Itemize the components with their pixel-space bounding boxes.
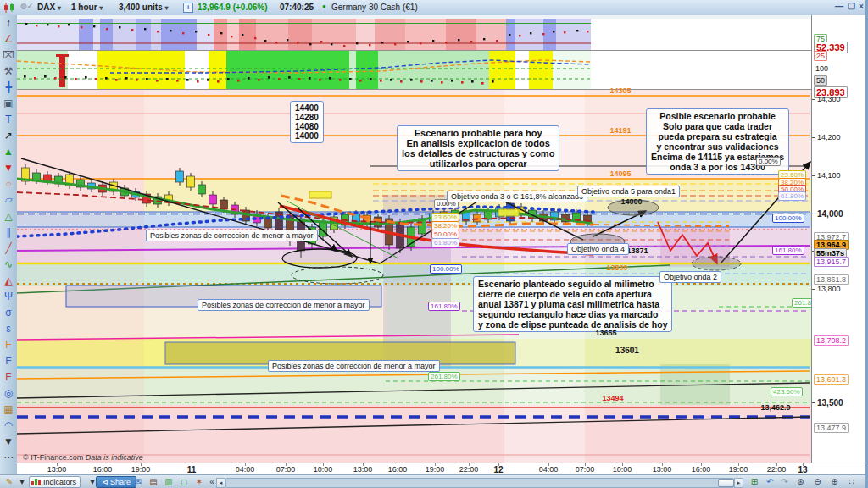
time-tick-label: 16:00 bbox=[692, 465, 711, 474]
scrollbar-thumb[interactable] bbox=[718, 479, 734, 487]
gann-grid-icon[interactable]: ▦ bbox=[0, 402, 17, 418]
objetivo-label[interactable]: Objetivo onda 5 para onda1 bbox=[577, 186, 680, 197]
price-level-label[interactable]: 14095 bbox=[609, 169, 631, 178]
objetivo-label[interactable]: Objetivo onda 3 o C 161,8% alcanzado bbox=[447, 191, 587, 202]
price-axis[interactable]: 7552.339251005023.89314,30014,20014,1001… bbox=[811, 15, 868, 463]
price-level-label[interactable]: 13601 bbox=[615, 346, 639, 355]
axis-tick-label: 13,500 bbox=[817, 398, 843, 408]
pointer-tool-icon[interactable]: ↑ bbox=[0, 15, 17, 31]
fib-retracement-icon[interactable]: F bbox=[0, 337, 17, 353]
time-tick-label: 04:00 bbox=[539, 465, 559, 474]
zoom-drag-icon[interactable]: ⊛ bbox=[793, 476, 808, 488]
price-level-label[interactable]: 14305 bbox=[609, 86, 631, 95]
price-level-label[interactable]: 14191 bbox=[609, 126, 631, 135]
fib-label[interactable]: 61.80% bbox=[431, 238, 459, 247]
symbol-selector[interactable]: DAX ▾ bbox=[37, 3, 61, 12]
angle-tool-icon[interactable]: ∠ bbox=[0, 31, 17, 47]
price-level-label[interactable]: 14000 bbox=[620, 197, 642, 206]
fib-label[interactable]: 100.00% bbox=[772, 214, 804, 223]
trash-icon[interactable]: ⌧ bbox=[0, 47, 17, 64]
epsilon-tool-icon[interactable]: ε bbox=[0, 321, 17, 337]
news-icon[interactable]: ▤ bbox=[147, 476, 160, 488]
restore-button[interactable]: ❐ bbox=[848, 2, 855, 11]
objetivo-label[interactable]: Objetivo onda 2 bbox=[659, 271, 721, 283]
segment-tool-icon[interactable]: ╱ bbox=[0, 241, 17, 257]
copyright: © IT-Finance.com Data is indicative bbox=[23, 453, 143, 462]
compare-charts-icon[interactable]: ▥ bbox=[162, 476, 175, 488]
fib-label[interactable]: 423.60% bbox=[771, 387, 803, 396]
arrow-up-tool-icon[interactable]: ▲ bbox=[0, 144, 17, 160]
scroll-left-button[interactable]: ◂ bbox=[216, 478, 225, 488]
escenario-planteado-box[interactable]: Escenario planteado seguido al milimetro… bbox=[473, 276, 672, 332]
chart-scrollbar[interactable] bbox=[225, 478, 734, 488]
objetivo-label[interactable]: Objetivo onda 4 bbox=[567, 243, 629, 255]
minimize-button[interactable]: — bbox=[835, 2, 843, 11]
fib-label[interactable]: 161.80% bbox=[428, 302, 460, 311]
info-icon[interactable]: i bbox=[183, 3, 193, 13]
time-tick-label: 10:00 bbox=[314, 465, 333, 474]
fib-label[interactable]: 0.00% bbox=[756, 157, 781, 166]
levels-note-box[interactable]: 14400 14280 14080 14000 bbox=[290, 101, 324, 143]
channel-tool-icon[interactable]: ∥ bbox=[0, 225, 17, 241]
indicators-button[interactable]: Indicators bbox=[29, 476, 81, 488]
redo-icon[interactable]: ↷ bbox=[778, 476, 791, 488]
tools-icon[interactable]: ⚒ bbox=[0, 64, 17, 80]
arrow-tool-icon[interactable]: ↗ bbox=[0, 128, 17, 144]
text-tool-icon[interactable]: T bbox=[0, 112, 17, 128]
zoom-in-icon[interactable]: ⊕ bbox=[827, 476, 842, 488]
ellipse-tool-icon[interactable]: ○ bbox=[0, 176, 17, 192]
pencil-tool-icon[interactable]: ✎ bbox=[3, 476, 16, 488]
axis-tick bbox=[812, 137, 815, 138]
price-level-label[interactable]: 13871 bbox=[626, 247, 648, 255]
units-selector[interactable]: 3,400 units ▾ bbox=[119, 3, 169, 12]
fib-expansion-icon[interactable]: F bbox=[0, 353, 17, 369]
market-open-dot: ● bbox=[322, 3, 326, 10]
price-level-label[interactable]: 13494 bbox=[602, 394, 623, 402]
correction-zone-label[interactable]: Posibles zonas de correccion de menor a … bbox=[268, 360, 440, 372]
triangle-tool-icon[interactable]: △ bbox=[0, 208, 17, 225]
chart-type-icon[interactable] bbox=[3, 3, 15, 13]
collapse-icon[interactable]: « bbox=[207, 476, 217, 488]
close-button[interactable]: × bbox=[859, 2, 864, 11]
scroll-right-button[interactable]: ▸ bbox=[734, 478, 743, 488]
undo-icon[interactable]: ↶ bbox=[764, 476, 776, 488]
move-tool-icon[interactable]: ╋ bbox=[0, 80, 17, 96]
arc-tool-icon[interactable]: ◠ bbox=[0, 418, 17, 434]
arrow-down-tool-icon[interactable]: ▼ bbox=[0, 160, 17, 176]
price-marker-label: 13,601.3 bbox=[814, 374, 849, 385]
fib-label[interactable]: 61.80% bbox=[778, 191, 806, 201]
fib-fan-icon[interactable]: F bbox=[0, 369, 17, 385]
more-options-icon[interactable]: ∷ bbox=[844, 476, 859, 488]
screenshot-icon[interactable]: ◻ bbox=[177, 476, 191, 488]
chat-icon[interactable]: ✉ bbox=[131, 476, 145, 488]
correction-zone-label[interactable]: Posibles zonas de correccion de menor a … bbox=[198, 299, 370, 311]
polygon-tool-icon[interactable]: ▱ bbox=[0, 192, 17, 208]
fib-label[interactable]: 161.80% bbox=[772, 246, 804, 255]
fib-label[interactable]: 100.00% bbox=[430, 264, 462, 274]
price-level-label[interactable]: 13,462.0 bbox=[760, 403, 790, 412]
pitchfork-tool-icon[interactable]: Ψ bbox=[0, 289, 17, 305]
fib-label[interactable]: 261.80% bbox=[428, 372, 460, 381]
expand-tools-icon[interactable]: ▼ bbox=[0, 434, 17, 450]
sigma-tool-icon[interactable]: σ bbox=[0, 305, 17, 321]
more-tools-icon[interactable]: ⋯ bbox=[0, 450, 17, 466]
correction-zone-label[interactable]: Posibles zonas de correccion de menor a … bbox=[146, 230, 318, 241]
share-button[interactable]: ⊲ Share bbox=[96, 476, 136, 488]
escenario-hoy-box[interactable]: Escenario probable para hoy En analisis … bbox=[397, 125, 559, 171]
timeframe-selector[interactable]: 1 hour ▾ bbox=[71, 3, 103, 12]
calendar-icon[interactable]: ⊞ bbox=[748, 476, 761, 488]
pencil-dropdown-icon[interactable]: ▾ bbox=[18, 476, 26, 488]
time-tick-label: 19:00 bbox=[131, 465, 151, 474]
price-level-label[interactable]: 13830 bbox=[606, 263, 627, 272]
zoom-out-icon[interactable]: ⊖ bbox=[810, 476, 825, 488]
indicators-dropdown-icon[interactable]: ▾ bbox=[88, 476, 97, 488]
copy-icon[interactable]: ▣ bbox=[0, 96, 17, 112]
triangle-pattern-icon[interactable]: ◭ bbox=[0, 273, 17, 289]
settings-icon[interactable]: ✶ bbox=[192, 476, 206, 488]
fib-circles-icon[interactable]: ◎ bbox=[0, 385, 17, 402]
time-tick-label: 11 bbox=[187, 465, 197, 474]
indicators-chart-icon bbox=[31, 479, 41, 485]
zigzag-pattern-icon[interactable]: ∿ bbox=[0, 257, 17, 273]
time-axis[interactable]: 13:0016:0019:001104:0007:0010:0013:0016:… bbox=[17, 463, 868, 475]
price-level-label[interactable]: 13655 bbox=[595, 329, 616, 337]
